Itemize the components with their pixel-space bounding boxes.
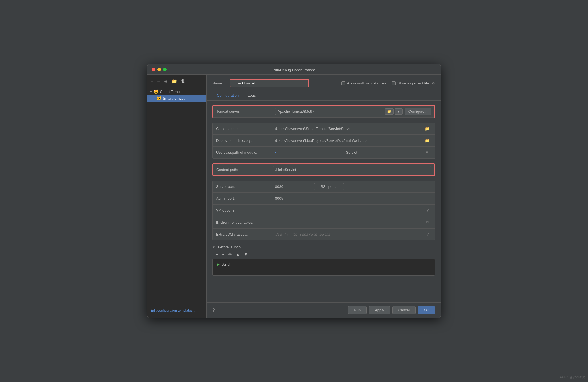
before-launch-remove-button[interactable]: − (221, 251, 226, 257)
name-bar: Name: Allow multiple instances Store as … (207, 75, 441, 91)
apply-button[interactable]: Apply (369, 306, 390, 314)
tabs: Configuration Logs (207, 91, 441, 101)
extra-jvm-label: Extra JVM classpath: (216, 232, 273, 236)
tomcat-server-section: Tomcat server: 📁 ▼ Configure... (212, 105, 435, 118)
tomcat-actions: 📁 ▼ (385, 108, 403, 115)
server-port-label: Server port: (216, 185, 273, 189)
server-port-row: Server port: SSL port: (213, 181, 435, 193)
context-path-input[interactable] (273, 166, 431, 173)
context-path-section: Context path: (212, 163, 435, 176)
catalina-base-row: Catalina base: 📁 (213, 123, 435, 135)
move-to-folder-button[interactable]: 📁 (170, 78, 178, 84)
config-content: Tomcat server: 📁 ▼ Configure... Catalina… (207, 101, 441, 302)
env-variables-input-wrap: ⧉ (273, 219, 431, 226)
env-variables-row: Environment variables: ⧉ (213, 216, 435, 229)
before-launch-section: ▼ Before launch + − ✏ ▲ ▼ ▶ Build (212, 245, 435, 276)
module-row: Use classpath of module: ▪ Servlet ▼ (213, 147, 435, 159)
tomcat-child-icon: 🐱 (156, 96, 161, 101)
store-as-project-text: Store as project file (397, 81, 429, 85)
before-launch-up-button[interactable]: ▲ (234, 251, 241, 257)
copy-config-button[interactable]: ⊕ (163, 78, 169, 84)
sidebar-parent-smart-tomcat[interactable]: ▼ 🐱 Smart Tomcat (147, 88, 206, 95)
window-controls (152, 68, 167, 71)
tab-logs[interactable]: Logs (243, 91, 260, 100)
ssl-port-input[interactable] (343, 183, 431, 190)
edit-templates-link[interactable]: Edit configuration templates... (151, 309, 195, 312)
run-debug-configurations-dialog: Run/Debug Configurations + − ⊕ 📁 ⇅ ▼ 🐱 S… (147, 64, 441, 318)
watermark: CSDN @沙河板凳 (560, 375, 585, 379)
before-launch-build-item[interactable]: ▶ Build (215, 261, 433, 268)
gear-icon[interactable]: ⚙ (432, 81, 435, 85)
extra-jvm-input[interactable] (273, 231, 425, 238)
before-launch-label: Before launch (218, 245, 241, 249)
before-launch-toolbar: + − ✏ ▲ ▼ (212, 251, 435, 257)
extra-jvm-expand-icon[interactable]: ⤢ (425, 231, 431, 237)
deployment-dir-label: Deployment directory: (216, 138, 273, 143)
extra-jvm-input-wrap: ⤢ (273, 231, 431, 238)
admin-port-row: Admin port: (213, 193, 435, 205)
ok-button[interactable]: OK (418, 306, 435, 314)
module-label: Use classpath of module: (216, 150, 273, 155)
sidebar-footer: Edit configuration templates... (147, 305, 206, 315)
tomcat-folder-button[interactable]: 📁 (385, 108, 394, 115)
main-content: Name: Allow multiple instances Store as … (207, 75, 441, 318)
run-button[interactable]: Run (348, 306, 367, 314)
catalina-base-input[interactable] (273, 125, 423, 132)
tomcat-server-input[interactable] (275, 108, 382, 115)
cancel-button[interactable]: Cancel (392, 306, 416, 314)
deployment-dir-input-wrap: 📁 (273, 137, 431, 144)
admin-port-input[interactable] (273, 195, 431, 202)
env-variables-input[interactable] (273, 219, 424, 226)
name-label: Name: (212, 81, 226, 85)
server-port-input[interactable] (273, 183, 315, 190)
tomcat-server-label: Tomcat server: (216, 109, 273, 114)
vm-options-row: VM options: ⤢ (213, 205, 435, 216)
dialog-body: + − ⊕ 📁 ⇅ ▼ 🐱 Smart Tomcat 🐱 SmartTomcat… (147, 75, 441, 318)
allow-multiple-checkbox[interactable] (341, 81, 345, 85)
env-copy-icon[interactable]: ⧉ (424, 219, 431, 226)
catalina-base-label: Catalina base: (216, 127, 273, 131)
name-input[interactable] (230, 79, 309, 87)
vm-options-input[interactable] (273, 207, 425, 214)
before-launch-down-button[interactable]: ▼ (242, 251, 249, 257)
ports-section: Server port: SSL port: Admin port: VM op… (212, 181, 435, 240)
build-label: Build (221, 262, 230, 266)
help-icon[interactable]: ? (212, 308, 215, 313)
add-config-button[interactable]: + (150, 78, 154, 84)
context-path-row: Context path: (213, 164, 434, 175)
allow-multiple-label: Allow multiple instances (341, 81, 386, 85)
chevron-icon: ▼ (150, 90, 152, 93)
vm-options-label: VM options: (216, 208, 273, 212)
title-bar: Run/Debug Configurations (147, 64, 441, 75)
tomcat-dropdown-button[interactable]: ▼ (395, 108, 403, 115)
sidebar-group-smart-tomcat: ▼ 🐱 Smart Tomcat 🐱 SmartTomcat (147, 88, 206, 305)
before-launch-chevron[interactable]: ▼ (212, 246, 215, 249)
dialog-title: Run/Debug Configurations (272, 68, 315, 72)
catalina-base-input-wrap: 📁 (273, 125, 431, 132)
env-variables-label: Environment variables: (216, 220, 273, 225)
remove-config-button[interactable]: − (156, 78, 161, 84)
sidebar-item-smarttomcat[interactable]: 🐱 SmartTomcat (147, 95, 206, 102)
before-launch-list: ▶ Build (212, 259, 435, 276)
tomcat-parent-icon: 🐱 (154, 89, 158, 94)
sidebar-child-label: SmartTomcat (163, 96, 185, 101)
catalina-base-folder-icon[interactable]: 📁 (423, 126, 431, 132)
vm-options-input-wrap: ⤢ (273, 207, 431, 214)
deployment-dir-folder-icon[interactable]: 📁 (423, 138, 431, 144)
module-dropdown-icon: ▼ (425, 150, 429, 155)
vm-options-expand-icon[interactable]: ⤢ (425, 207, 431, 213)
before-launch-add-button[interactable]: + (215, 251, 220, 257)
minimize-button[interactable] (157, 68, 161, 71)
store-as-project-checkbox[interactable] (392, 81, 396, 85)
before-launch-header: ▼ Before launch (212, 245, 435, 249)
before-launch-edit-button[interactable]: ✏ (227, 251, 233, 257)
sort-button[interactable]: ⇅ (180, 78, 186, 84)
module-icon: ▪ (275, 150, 276, 155)
maximize-button[interactable] (163, 68, 167, 71)
module-select[interactable]: ▪ Servlet ▼ (273, 149, 431, 156)
deployment-dir-input[interactable] (273, 137, 423, 144)
close-button[interactable] (152, 68, 155, 71)
tab-configuration[interactable]: Configuration (212, 91, 243, 100)
build-icon: ▶ (217, 262, 220, 266)
configure-button[interactable]: Configure... (405, 108, 431, 115)
